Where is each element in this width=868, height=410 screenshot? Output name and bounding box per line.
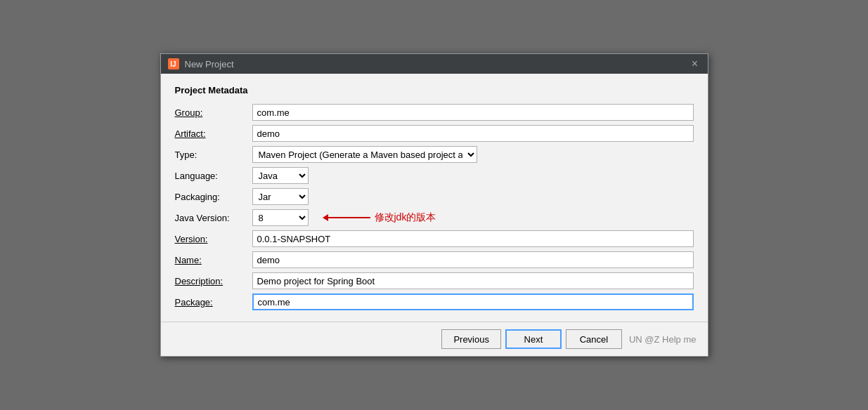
description-label: Description: xyxy=(175,276,252,286)
package-input[interactable] xyxy=(252,293,694,310)
java-version-label: Java Version: xyxy=(175,213,252,223)
previous-button[interactable]: Previous xyxy=(441,329,501,349)
cancel-button[interactable]: Cancel xyxy=(566,329,622,349)
new-project-dialog: IJ New Project × Project Metadata Group:… xyxy=(160,53,708,357)
dialog-body: Project Metadata Group: Artifact: Type: … xyxy=(161,74,708,322)
version-input[interactable] xyxy=(252,230,694,247)
description-input[interactable] xyxy=(252,272,694,289)
version-label: Version: xyxy=(175,234,252,244)
name-input[interactable] xyxy=(252,251,694,268)
title-bar: IJ New Project × xyxy=(161,54,708,74)
app-icon: IJ xyxy=(168,58,179,70)
name-label: Name: xyxy=(175,255,252,265)
section-title: Project Metadata xyxy=(175,85,694,95)
type-select[interactable]: Maven Project (Generate a Maven based pr… xyxy=(252,146,477,163)
group-input[interactable] xyxy=(252,104,694,121)
form-grid: Group: Artifact: Type: Maven Project (Ge… xyxy=(175,104,694,310)
dialog-footer: Previous Next Cancel UN @Z Help me xyxy=(161,322,708,356)
language-select[interactable]: Java Kotlin Groovy xyxy=(252,167,309,184)
java-version-select[interactable]: 8 11 17 21 xyxy=(252,209,309,226)
language-label: Language: xyxy=(175,171,252,181)
java-version-row: 8 11 17 21 修改jdk的版本 xyxy=(252,209,694,226)
packaging-row: Jar War xyxy=(252,188,694,205)
footer-extra-text: UN @Z Help me xyxy=(629,334,697,345)
arrow-line xyxy=(328,217,370,218)
package-label: Package: xyxy=(175,297,252,308)
next-button[interactable]: Next xyxy=(505,329,562,349)
type-label: Type: xyxy=(175,150,252,160)
arrow-head-icon xyxy=(323,214,328,221)
close-button[interactable]: × xyxy=(689,58,701,70)
packaging-select[interactable]: Jar War xyxy=(252,188,309,205)
type-row: Maven Project (Generate a Maven based pr… xyxy=(252,146,694,163)
artifact-label: Artifact: xyxy=(175,128,252,139)
packaging-label: Packaging: xyxy=(175,192,252,202)
dialog-title: New Project xyxy=(185,59,689,70)
annotation-text: 修改jdk的版本 xyxy=(375,211,436,224)
group-label: Group: xyxy=(175,107,252,118)
annotation-arrow: 修改jdk的版本 xyxy=(323,211,436,224)
language-row: Java Kotlin Groovy xyxy=(252,167,694,184)
artifact-input[interactable] xyxy=(252,125,694,142)
